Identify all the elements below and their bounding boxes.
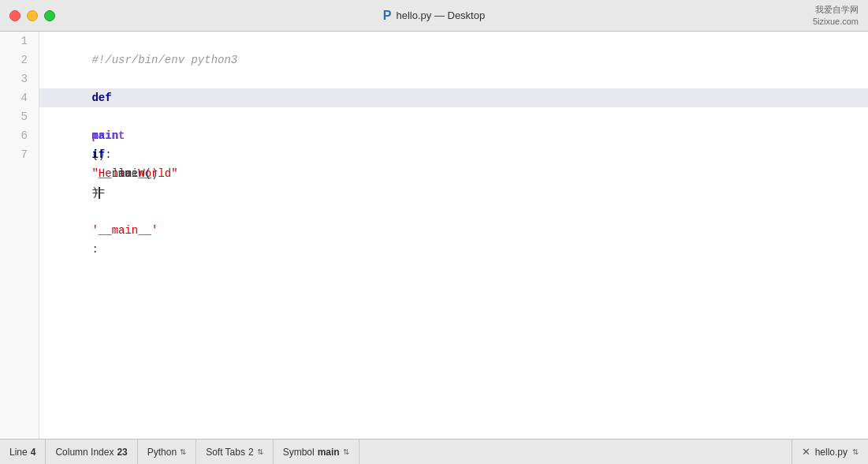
status-language[interactable]: Python ⇅ [138,440,196,464]
column-label: Column Index [55,447,114,458]
language-label: Python [147,447,177,458]
symbol-chevron-icon: ⇅ [343,447,349,456]
traffic-lights [9,10,55,21]
statusbar: Line 4 Column Index 23 Python ⇅ Soft Tab… [0,439,868,464]
watermark: 我爱自学网 5izixue.com [813,4,859,27]
code-line-6: if __name__ == '__main__' : [39,126,868,145]
line-number-6: 6 [0,126,39,145]
space3 [91,205,98,218]
watermark-line1: 我爱自学网 [813,4,859,15]
window-title-text: hello.py — Desktop [396,9,485,21]
soft-tabs-chevron-icon: ⇅ [257,447,263,456]
status-soft-tabs[interactable]: Soft Tabs 2 ⇅ [196,440,274,464]
symbol-label: Symbol [283,447,315,458]
eq-op: == [91,186,105,199]
file-type-icon: P [383,9,392,23]
code-editor[interactable]: #!/usr/bin/env python3 def main (): prin… [39,32,868,439]
indent2: main() [91,167,158,180]
editor-container: 1 2 3 4 5 6 7 #!/usr/bin/env python3 def… [0,32,868,439]
line-label: Line [9,447,28,458]
close-button[interactable] [9,10,20,21]
minimize-button[interactable] [27,10,38,21]
line-number-3: 3 [0,69,39,88]
status-symbol[interactable]: Symbol main ⇅ [274,440,359,464]
status-file[interactable]: ✕ hello.py ⇅ [792,440,868,464]
status-line: Line 4 [0,440,46,464]
symbol-value: main [318,447,340,458]
soft-tabs-value: 2 [248,447,254,458]
file-chevron-icon: ⇅ [852,447,859,456]
status-column: Column Index 23 [46,440,137,464]
column-value: 23 [117,447,127,458]
code-line-5 [39,107,868,126]
maximize-button[interactable] [44,10,55,21]
line-value: 4 [31,447,36,458]
code-line-7: main() [39,145,868,164]
line-numbers-gutter: 1 2 3 4 5 6 7 [0,32,39,439]
main-string: '__main__' [91,224,158,237]
indent [91,110,118,123]
shebang-comment: #!/usr/bin/env python3 [91,54,237,66]
titlebar: P hello.py — Desktop 我爱自学网 5izixue.com [0,0,868,32]
window-title: P hello.py — Desktop [383,9,485,23]
watermark-line2: 5izixue.com [813,16,859,27]
keyword-if: if [91,148,105,161]
file-name: hello.py [815,447,848,458]
language-chevron-icon: ⇅ [180,447,186,456]
code-line-4: print ( "Hello World" ) [39,88,868,107]
code-line-3: def main (): [39,69,868,88]
code-line-1: #!/usr/bin/env python3 [39,32,868,51]
line-number-2: 2 [0,51,39,69]
line-number-7: 7 [0,145,39,164]
line-number-4: 4 [0,88,39,107]
line-number-5: 5 [0,107,39,126]
close-icon[interactable]: ✕ [802,446,810,458]
builtin-print: print [91,129,125,142]
keyword-def: def [91,92,111,104]
soft-tabs-label: Soft Tabs [206,447,245,458]
colon: : [91,243,98,256]
line-number-1: 1 [0,32,39,51]
